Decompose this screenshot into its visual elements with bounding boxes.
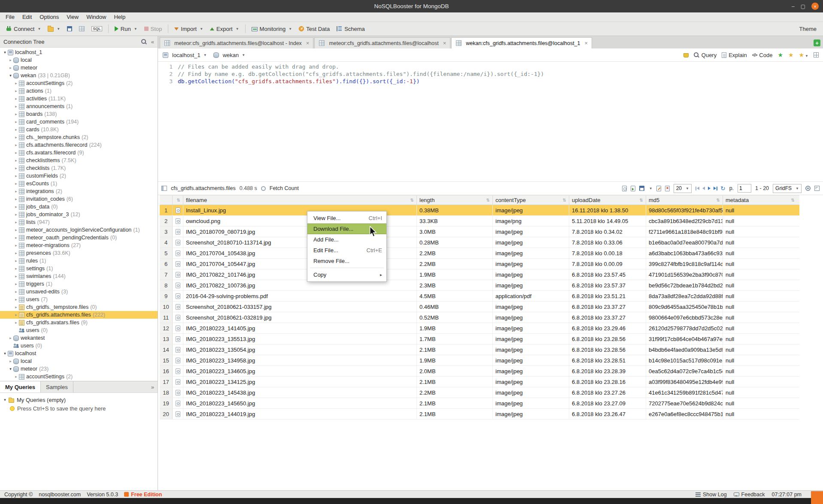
layout-icon[interactable]	[814, 52, 819, 57]
tree-item-meteor-accounts-loginserviceconfiguration[interactable]: ▸meteor_accounts_loginServiceConfigurati…	[0, 226, 158, 234]
menu-view[interactable]: View	[63, 12, 82, 21]
tree-expander-icon[interactable]: ▸	[14, 228, 18, 232]
tree-expander-icon[interactable]: ▸	[14, 97, 18, 101]
tree-expander-icon[interactable]: ▸	[14, 374, 18, 379]
free-edition-badge[interactable]: Free Edition	[124, 492, 162, 498]
tree-expander-icon[interactable]: ▸	[14, 297, 18, 302]
menu-file[interactable]: File	[2, 12, 18, 21]
feedback-button[interactable]: Feedback	[734, 492, 765, 498]
tree-item-meteor[interactable]: ▾meteor(23)	[0, 365, 158, 373]
table-row[interactable]: 3IMG_20180709_080719.jpg3.0MBimage/jpeg7…	[160, 226, 799, 237]
tree-item-local[interactable]: ▸local	[0, 56, 158, 64]
connect-button[interactable]: Connect ▼	[3, 24, 44, 34]
tree-expander-icon[interactable]: ▸	[14, 282, 18, 286]
column-header-filename[interactable]: filename⇅	[183, 196, 417, 205]
tree-item-meteor-migrations[interactable]: ▸meteor-migrations(27)	[0, 241, 158, 249]
tree-item-integrations[interactable]: ▸integrations(2)	[0, 187, 158, 195]
view-mode-select[interactable]: GridFS ▼	[773, 184, 802, 193]
tree-expander-icon[interactable]: ▸	[14, 143, 18, 147]
doc-tab-meteor-cfs-gridfs-attachments-files-localhost-index[interactable]: meteor:cfs_gridfs.attachments.files@loca…	[160, 37, 313, 48]
star-icon[interactable]: ★	[788, 51, 794, 58]
tab-samples[interactable]: Samples	[41, 381, 73, 392]
tree-expander-icon[interactable]: ▸	[14, 220, 18, 224]
expand-results-icon[interactable]	[814, 186, 820, 191]
tree-expander-icon[interactable]: ▸	[14, 290, 18, 294]
tree-expander-icon[interactable]: ▸	[8, 336, 13, 340]
format-icon[interactable]	[683, 53, 689, 57]
menu-options[interactable]: Options	[36, 12, 63, 21]
tree-expander-icon[interactable]: ▸	[14, 235, 18, 240]
sort-icon[interactable]: ⇅	[717, 198, 720, 202]
table-row[interactable]: 5IMG_20170704_105438.jpg2.2MBimage/jpeg7…	[160, 248, 799, 259]
table-row[interactable]: 12IMG_20180223_141405.jpg1.9MBimage/jpeg…	[160, 323, 799, 334]
tree-expander-icon[interactable]: ▾	[3, 351, 7, 356]
tree-item-cfs-avatars-filerecord[interactable]: ▸cfs.avatars.filerecord(9)	[0, 149, 158, 157]
context-menu-item-view-file[interactable]: View File...Ctrl+I	[307, 213, 386, 223]
tree-expander-icon[interactable]: ▾	[8, 73, 13, 78]
row-view-button[interactable]	[173, 226, 183, 237]
tree-item-cfs-tempstore-chunks[interactable]: ▸cfs._tempstore.chunks(2)	[0, 133, 158, 141]
table-row[interactable]: 18IMG_20180223_145438.jpg2.2MBimage/jpeg…	[160, 387, 799, 398]
tab-my-queries[interactable]: My Queries	[0, 381, 41, 392]
row-view-button[interactable]	[173, 269, 183, 280]
code-button[interactable]: </> Code	[752, 52, 773, 58]
table-row[interactable]: 11Screenshot_20180621-032819.jpg0.52MBim…	[160, 312, 799, 323]
row-view-button[interactable]	[173, 291, 183, 301]
first-page-button[interactable]	[695, 184, 699, 192]
row-view-button[interactable]	[173, 237, 183, 247]
tree-item-wekantest[interactable]: ▸wekantest	[0, 334, 158, 342]
tree-item-checklistitems[interactable]: ▸checklistItems(7.5K)	[0, 157, 158, 164]
site-link[interactable]: nosqlbooster.com	[39, 492, 81, 498]
theme-button[interactable]: Theme	[796, 24, 820, 34]
schema-button[interactable]: Schema	[334, 24, 368, 34]
table-row[interactable]: 14IMG_20180223_135054.jpg2.1MBimage/jpeg…	[160, 344, 799, 355]
tree-expander-icon[interactable]: ▾	[8, 367, 13, 371]
row-view-button[interactable]	[173, 366, 183, 376]
row-view-button[interactable]	[173, 205, 183, 215]
tree-item-triggers[interactable]: ▸triggers(1)	[0, 280, 158, 288]
tree-item-localhost-1[interactable]: ▾localhost_1	[0, 48, 158, 56]
tree-expander-icon[interactable]: ▸	[14, 151, 18, 155]
tree-item-actions[interactable]: ▸actions(1)	[0, 87, 158, 95]
tree-item-accountsettings[interactable]: ▸accountSettings(2)	[0, 373, 158, 380]
table-row[interactable]: 4Screenshot_20180710-113714.jpg0.28MBima…	[160, 237, 799, 248]
tree-item-escounts[interactable]: ▸esCounts(1)	[0, 180, 158, 187]
tree-item-wekan[interactable]: ▾wekan(33 | 0.21GB)	[0, 72, 158, 79]
tree-item-card-comments[interactable]: ▸card_comments(194)	[0, 118, 158, 126]
refresh-icon[interactable]: ↻	[720, 185, 726, 192]
sort-icon[interactable]: ⇅	[486, 198, 490, 202]
page-input[interactable]	[738, 184, 751, 193]
new-tab-button[interactable]: +	[814, 39, 820, 46]
row-view-button[interactable]	[173, 323, 183, 333]
show-log-button[interactable]: Show Log	[695, 492, 727, 498]
tree-expander-icon[interactable]: ▸	[14, 89, 18, 93]
expand-panel-icon[interactable]: »	[151, 384, 158, 390]
table-row[interactable]: 19IMG_20180223_145650.jpg2.1MBimage/jpeg…	[160, 398, 799, 409]
tree-expander-icon[interactable]: ▸	[14, 181, 18, 186]
tree-item-meteor-oauth-pendingcredentials[interactable]: ▸meteor_oauth_pendingCredentials(0)	[0, 234, 158, 241]
export-button[interactable]: Export ▼	[207, 24, 242, 34]
tree-expander-icon[interactable]: ▾	[3, 50, 7, 54]
tree-expander-icon[interactable]: ▸	[14, 104, 18, 109]
tree-expander-icon[interactable]: ▸	[14, 112, 18, 116]
context-menu-item-edit-file[interactable]: Edit File...Ctrl+E	[307, 245, 386, 256]
next-page-button[interactable]	[708, 184, 711, 192]
previous-page-button[interactable]	[702, 184, 705, 192]
star-add-icon[interactable]: ★	[777, 51, 783, 58]
tree-expander-icon[interactable]: ▸	[14, 259, 18, 263]
tree-item-localhost[interactable]: ▾localhost	[0, 350, 158, 357]
minimize-button[interactable]: –	[792, 3, 795, 9]
tree-expander-icon[interactable]: ▸	[14, 189, 18, 193]
tree-expander-icon[interactable]: ▸	[14, 174, 18, 178]
tree-item-cfs-gridfs-tempstore-files[interactable]: ▸cfs_gridfs._tempstore.files(0)	[0, 303, 158, 311]
page-size-select[interactable]: 20 ▼	[674, 184, 692, 193]
tree-expander-icon[interactable]: ▸	[14, 274, 18, 278]
close-icon[interactable]: ×	[443, 40, 446, 46]
maximize-button[interactable]: ▢	[801, 3, 805, 9]
sort-icon[interactable]: ⇅	[563, 198, 566, 202]
menu-window[interactable]: Window	[82, 12, 110, 21]
tree-expander-icon[interactable]: ▸	[14, 251, 18, 255]
my-queries-root-row[interactable]: ▾ My Queries (empty)	[3, 395, 155, 404]
tree-item-cfs-gridfs-attachments-files[interactable]: ▸cfs_gridfs.attachments.files(222)	[0, 311, 158, 319]
table-row[interactable]: 1Install_Linux.jpg0.38MBimage/jpeg16.11.…	[160, 205, 799, 216]
